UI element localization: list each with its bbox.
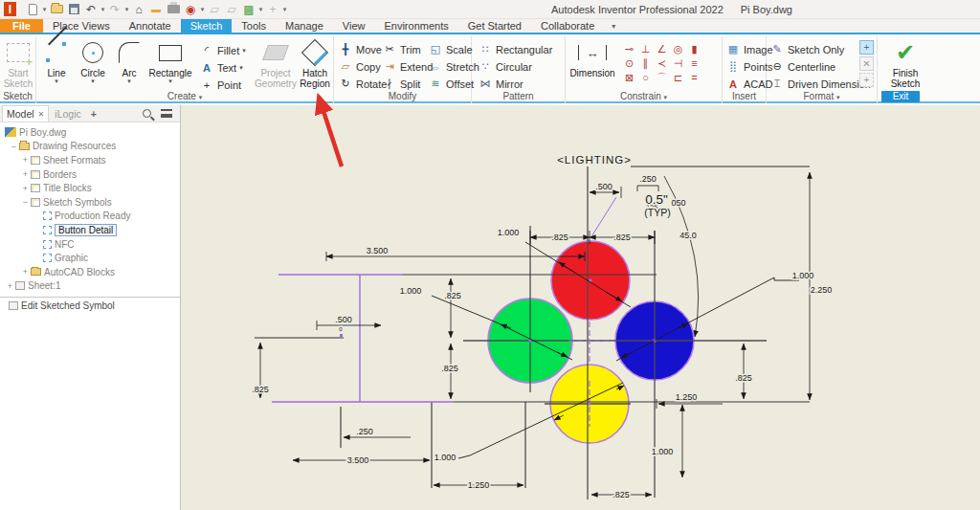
snap-off-button[interactable]: ✕	[859, 56, 874, 71]
redo-button[interactable]: ↷	[108, 2, 122, 17]
expand-node-icon[interactable]: +	[21, 169, 30, 179]
sheet-button[interactable]: ▬	[149, 2, 163, 17]
tab-environments[interactable]: Environments	[374, 19, 457, 33]
sketch-only-button[interactable]: ✎Sketch Only	[769, 41, 871, 57]
tab-manage[interactable]: Manage	[276, 19, 333, 33]
component-button[interactable]: ▩	[242, 2, 256, 17]
tree-item-autocad-blocks[interactable]: +AutoCAD Blocks	[0, 265, 180, 279]
rectangular-pattern-button[interactable]: ∷Rectangular	[478, 41, 552, 57]
tab-collaborate[interactable]: Collaborate	[531, 19, 604, 33]
undo-caret-icon[interactable]: ▾	[100, 2, 106, 17]
vertical-constraint-button[interactable]: ≡	[686, 56, 702, 71]
angle-constraint-button[interactable]: ∠	[654, 42, 670, 56]
concentric-constraint-button[interactable]: ◎	[670, 42, 686, 56]
perpendicular-constraint-button[interactable]: ⊥	[637, 42, 654, 56]
tab-ilogic[interactable]: iLogic	[49, 108, 86, 120]
expand-node-icon[interactable]: +	[21, 267, 30, 277]
save-button[interactable]	[67, 2, 80, 17]
tab-sketch[interactable]: Sketch	[181, 19, 233, 33]
search-icon[interactable]	[143, 109, 151, 118]
tree-item-graphic[interactable]: Graphic	[0, 251, 180, 265]
open-file-button[interactable]	[50, 2, 63, 17]
dimension-button[interactable]: ↔ Dimension	[568, 38, 617, 78]
new-file-caret-icon[interactable]: ▾	[41, 2, 48, 17]
expand-node-icon[interactable]: +	[21, 155, 30, 165]
add-command-button[interactable]: +	[266, 2, 279, 17]
tree-item-sketch-symbols[interactable]: −Sketch Symbols	[0, 195, 180, 210]
fillet-button[interactable]: ◜Fillet ▾	[199, 42, 253, 58]
tree-item-sheet-formats[interactable]: +Sheet Formats	[0, 153, 180, 167]
split-button[interactable]: ∤Split	[382, 76, 433, 92]
tab-file[interactable]: File	[0, 19, 43, 33]
tab-get-started[interactable]: Get Started	[458, 19, 531, 33]
create-group-label[interactable]: Create ▾	[36, 91, 333, 102]
component-caret-icon[interactable]: ▾	[257, 2, 264, 17]
parallel-constraint-button[interactable]: ∥	[637, 56, 654, 71]
finish-sketch-button[interactable]: ✔ Finish Sketch	[881, 38, 929, 89]
tab-model[interactable]: Model✕	[2, 105, 49, 122]
text-button[interactable]: AText ▾	[199, 59, 253, 76]
measure-caret-icon[interactable]: ▾	[199, 2, 206, 17]
qat-customize-icon[interactable]: ▾	[281, 2, 288, 17]
home-button[interactable]: ⌂	[132, 2, 145, 17]
mirror-button[interactable]: ⋈Mirror	[478, 76, 552, 92]
tangent-constraint-button[interactable]: ≺	[654, 56, 670, 71]
midpoint-constraint-button[interactable]: ⊙	[621, 56, 637, 71]
start-sketch-button[interactable]: Start Sketch	[0, 38, 36, 89]
sketch-tool-2-button[interactable]: ▱	[225, 2, 238, 17]
print-button[interactable]	[167, 2, 180, 17]
arc-button[interactable]: Arc ▾	[111, 38, 147, 84]
centerline-button[interactable]: ⊖Centerline	[769, 58, 871, 75]
redo-caret-icon[interactable]: ▾	[123, 2, 130, 17]
tree-item-edit-sketched-symbol[interactable]: Edit Sketched Symbol	[0, 297, 180, 311]
project-geometry-button[interactable]: Project Geometry	[255, 38, 297, 89]
expand-node-icon[interactable]: +	[6, 281, 14, 291]
symmetric-constraint-button[interactable]: ⊠	[621, 71, 637, 85]
tab-view[interactable]: View	[333, 19, 375, 33]
grid-snap-button[interactable]: +	[859, 73, 874, 87]
hatch-region-button[interactable]: Hatch Region	[297, 38, 333, 89]
circle-button[interactable]: Circle ▾	[75, 38, 111, 84]
constrain-group-label[interactable]: Constrain ▾	[566, 91, 722, 102]
tab-tools[interactable]: Tools	[232, 19, 276, 33]
line-caret-icon[interactable]: ▾	[38, 78, 75, 84]
tree-item-sheet1[interactable]: +Sheet:1	[0, 279, 180, 294]
arc-caret-icon[interactable]: ▾	[111, 78, 147, 84]
extend-button[interactable]: ⇥Extend	[382, 58, 433, 75]
close-icon[interactable]: ✕	[38, 110, 45, 119]
circle-caret-icon[interactable]: ▾	[75, 78, 111, 84]
driven-dimension-button[interactable]: ⌶Driven Dimension	[769, 76, 871, 92]
copy-button[interactable]: ▱Copy	[338, 58, 387, 75]
bracket-constraint-button[interactable]: ⊏	[670, 71, 686, 85]
fillet-caret-icon[interactable]: ▾	[242, 47, 246, 55]
horizontal-constraint-button[interactable]: ⊣	[670, 56, 686, 71]
equal-constraint-button[interactable]: =	[686, 71, 702, 85]
line-button[interactable]: Line ▾	[38, 38, 75, 84]
drawing-canvas[interactable]: <LIGHTING> .500 .250 125 0.5" 050 (TYP) …	[181, 105, 980, 510]
move-button[interactable]: ╋Move	[338, 41, 387, 57]
rectangle-caret-icon[interactable]: ▾	[147, 78, 193, 84]
format-group-label[interactable]: Format ▾	[767, 91, 877, 102]
trim-button[interactable]: ✂Trim	[382, 41, 433, 57]
lock-constraint-button[interactable]: ▮	[686, 42, 702, 56]
text-caret-icon[interactable]: ▾	[239, 64, 243, 72]
menu-icon[interactable]	[161, 109, 172, 118]
tree-item-drawing-resources[interactable]: −Drawing Resources	[0, 140, 180, 154]
ribbon-collapse-icon[interactable]: ▾	[612, 19, 615, 33]
collapse-node-icon[interactable]: −	[21, 197, 30, 207]
tree-item-borders[interactable]: +Borders	[0, 167, 180, 182]
tree-item-root[interactable]: Pi Boy.dwg	[0, 125, 180, 140]
sketch-tool-1-button[interactable]: ▱	[208, 2, 221, 17]
rotate-button[interactable]: ↻Rotate	[338, 76, 387, 92]
tree-item-nfc[interactable]: NFC	[0, 237, 180, 252]
collapse-node-icon[interactable]: −	[10, 142, 18, 151]
measure-button[interactable]: ◉	[184, 2, 197, 17]
tab-place-views[interactable]: Place Views	[43, 19, 120, 33]
crosshair-toggle-button[interactable]: +	[859, 40, 874, 55]
circular-pattern-button[interactable]: ∵Circular	[478, 58, 552, 75]
expand-node-icon[interactable]: +	[21, 184, 30, 193]
coincident-constraint-button[interactable]: ⊸	[621, 42, 637, 56]
add-browser-tab-button[interactable]: +	[87, 108, 100, 120]
rectangle-button[interactable]: Rectangle ▾	[147, 38, 193, 84]
arc-constraint-button[interactable]: ⌒	[654, 71, 670, 85]
